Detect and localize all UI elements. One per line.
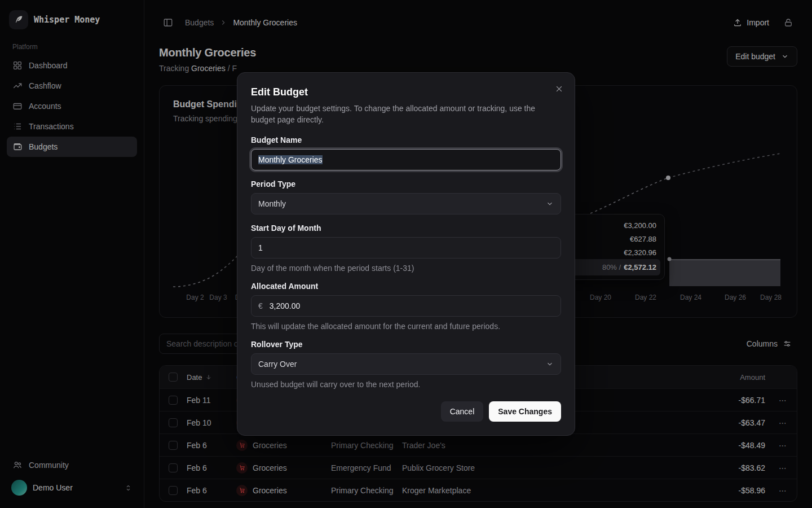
chevron-down-icon [546, 200, 554, 208]
budget-name-input[interactable]: Monthly Groceries [251, 149, 561, 170]
period-type-value: Monthly [258, 199, 286, 208]
selected-text: Monthly Groceries [258, 155, 323, 164]
save-changes-button[interactable]: Save Changes [489, 401, 561, 422]
currency-symbol: € [258, 301, 263, 310]
period-type-label: Period Type [251, 179, 561, 189]
rollover-type-select[interactable]: Carry Over [251, 353, 561, 375]
allocated-amount-input[interactable]: € [251, 295, 561, 317]
rollover-type-value: Carry Over [258, 360, 297, 369]
allocated-amount-field[interactable] [270, 301, 554, 310]
chevron-down-icon [546, 360, 554, 368]
dialog-description: Update your budget settings. To change t… [251, 103, 550, 125]
start-day-input[interactable] [251, 237, 561, 259]
edit-budget-dialog: Edit Budget Update your budget settings.… [237, 72, 575, 436]
start-day-label: Start Day of Month [251, 224, 561, 233]
rollover-type-label: Rollover Type [251, 340, 561, 349]
budget-name-label: Budget Name [251, 135, 561, 144]
allocated-amount-help: This will update the allocated amount fo… [251, 322, 561, 331]
rollover-type-help: Unused budget will carry over to the nex… [251, 380, 561, 389]
dialog-title: Edit Budget [251, 86, 561, 98]
cancel-button[interactable]: Cancel [441, 401, 484, 422]
period-type-select[interactable]: Monthly [251, 193, 561, 214]
app-root: Whisper Money Platform Dashboard Cashflo… [0, 0, 812, 508]
start-day-help: Day of the month when the period starts … [251, 264, 561, 273]
close-icon [555, 85, 563, 93]
dialog-close-button[interactable] [552, 82, 566, 95]
start-day-field[interactable] [258, 243, 554, 252]
allocated-amount-label: Allocated Amount [251, 282, 561, 291]
